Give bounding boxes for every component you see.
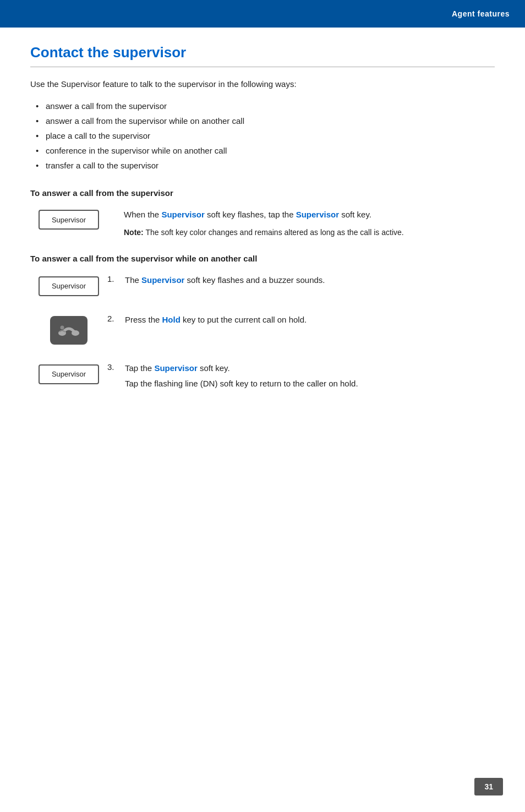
step2-desc-bold1: Hold — [162, 315, 181, 324]
heading-rule — [30, 67, 495, 67]
page-number: 31 — [474, 778, 503, 795]
bullet-list: answer a call from the supervisor answer… — [30, 99, 495, 173]
section1-step: Supervisor When the Supervisor soft key … — [30, 209, 495, 238]
step3-desc-part2: soft key. — [198, 363, 230, 373]
step3-desc-part1: Tap the — [125, 363, 154, 373]
step1-content: 1. The Supervisor soft key flashes and a… — [107, 274, 495, 287]
section2-step2: 2. Press the Hold key to put the current… — [30, 314, 495, 345]
header-title: Agent features — [452, 9, 510, 18]
section1-description: When the Supervisor soft key flashes, ta… — [124, 209, 495, 238]
list-item: conference in the supervisor while on an… — [30, 143, 495, 158]
section1-note: Note: The soft key color changes and rem… — [124, 227, 495, 238]
note-text: The soft key color changes and remains a… — [144, 228, 404, 237]
hold-key-icon — [50, 316, 88, 345]
list-item: answer a call from the supervisor while … — [30, 113, 495, 128]
step2-desc: Press the Hold key to put the current ca… — [125, 314, 495, 326]
step1-desc: The Supervisor soft key flashes and a bu… — [125, 274, 495, 287]
step2-desc-part1: Press the — [125, 315, 162, 324]
list-item: place a call to the supervisor — [30, 128, 495, 143]
footer: 31 — [474, 778, 503, 795]
section2-heading: To answer a call from the supervisor whi… — [30, 254, 495, 263]
section1-desc-bold2: Supervisor — [296, 210, 339, 219]
supervisor-softkey-2[interactable]: Supervisor — [39, 276, 99, 296]
step1-icon-wrap: Supervisor — [30, 274, 107, 296]
section1-desc-part3: soft key. — [339, 210, 371, 219]
hold-svg — [57, 322, 81, 339]
step1-desc-part1: The — [125, 275, 141, 285]
note-bold: Note: — [124, 228, 144, 237]
step2-desc-part2: key to put the current call on hold. — [181, 315, 307, 324]
svg-point-2 — [61, 325, 64, 329]
step3-num: 3. — [107, 362, 119, 372]
intro-text: Use the Supervisor feature to talk to th… — [30, 79, 495, 89]
section1-desc-part2: soft key flashes, tap the — [205, 210, 296, 219]
step1-desc-bold1: Supervisor — [141, 275, 184, 285]
section1-heading: To answer a call from the supervisor — [30, 188, 495, 198]
step3-icon-wrap: Supervisor — [30, 362, 107, 384]
main-content: Contact the supervisor Use the Superviso… — [0, 28, 525, 452]
step2-num: 2. — [107, 314, 119, 323]
list-item: transfer a call to the supervisor — [30, 158, 495, 173]
step3-sub-text: Tap the flashing line (DN) soft key to r… — [125, 378, 495, 390]
section1-desc-bold1: Supervisor — [161, 210, 204, 219]
section1-desc-part1: When the — [124, 210, 161, 219]
supervisor-softkey-1[interactable]: Supervisor — [39, 210, 99, 230]
step2-content: 2. Press the Hold key to put the current… — [107, 314, 495, 326]
section1-icon-wrap: Supervisor — [30, 209, 107, 230]
step1-desc-part2: soft key flashes and a buzzer sounds. — [184, 275, 325, 285]
section2-step3: Supervisor 3. Tap the Supervisor soft ke… — [30, 362, 495, 390]
header-bar: Agent features — [0, 0, 525, 28]
step3-desc-bold1: Supervisor — [154, 363, 197, 373]
step1-num: 1. — [107, 274, 119, 284]
step2-icon-wrap — [30, 314, 107, 345]
step3-content: 3. Tap the Supervisor soft key. Tap the … — [107, 362, 495, 390]
list-item: answer a call from the supervisor — [30, 99, 495, 113]
supervisor-softkey-3[interactable]: Supervisor — [39, 364, 99, 384]
section2-step1: Supervisor 1. The Supervisor soft key fl… — [30, 274, 495, 296]
page-heading: Contact the supervisor — [30, 44, 495, 61]
step3-desc: Tap the Supervisor soft key. Tap the fla… — [125, 362, 495, 390]
